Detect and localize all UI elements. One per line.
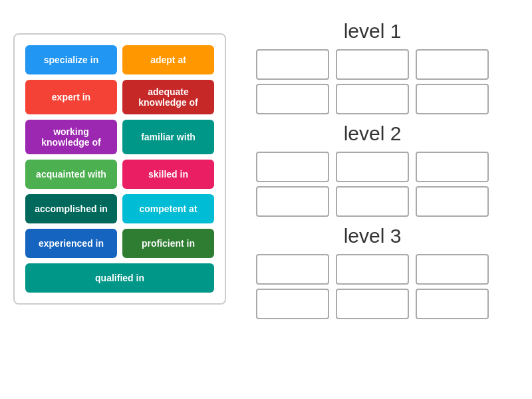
level-title-3: level 3 xyxy=(239,225,505,247)
drop-box-2-1-0[interactable] xyxy=(256,186,329,217)
level-title-1: level 1 xyxy=(239,20,505,43)
word-tag-4-1[interactable]: competent at xyxy=(122,194,214,223)
drop-box-2-1-1[interactable] xyxy=(336,186,409,217)
word-tag-0-1[interactable]: adept at xyxy=(122,45,214,74)
word-tag-5-0[interactable]: experienced in xyxy=(25,229,117,258)
drop-box-1-1-0[interactable] xyxy=(256,84,329,114)
tag-row-6: qualified in xyxy=(25,263,214,293)
drop-row-2-1 xyxy=(256,186,489,217)
tag-row-5: experienced inproficient in xyxy=(25,229,214,258)
drop-box-2-0-1[interactable] xyxy=(336,152,409,182)
drop-zones-panel: level 1level 2level 3 xyxy=(226,13,519,331)
word-tag-0-0[interactable]: specialize in xyxy=(25,45,117,74)
word-tag-6-0[interactable]: qualified in xyxy=(25,263,214,293)
drop-box-1-0-1[interactable] xyxy=(336,49,409,80)
drop-box-3-1-2[interactable] xyxy=(416,289,489,319)
tag-row-3: acquainted withskilled in xyxy=(25,160,214,189)
word-tag-1-0[interactable]: expert in xyxy=(25,80,117,114)
drop-box-1-0-2[interactable] xyxy=(416,49,489,80)
tag-row-4: accomplished incompetent at xyxy=(25,194,214,223)
word-tag-5-1[interactable]: proficient in xyxy=(122,229,214,258)
level-section-2: level 2 xyxy=(239,122,505,217)
tag-row-2: working knowledge offamiliar with xyxy=(25,120,214,154)
tag-row-1: expert inadequate knowledge of xyxy=(25,80,214,114)
drop-box-1-1-1[interactable] xyxy=(336,84,409,114)
drop-box-3-0-1[interactable] xyxy=(336,254,409,285)
drop-box-3-1-1[interactable] xyxy=(336,289,409,319)
drop-box-3-0-0[interactable] xyxy=(256,254,329,285)
drop-box-3-0-2[interactable] xyxy=(416,254,489,285)
drop-grid-3 xyxy=(239,254,505,319)
word-tag-3-0[interactable]: acquainted with xyxy=(25,160,117,189)
word-tag-3-1[interactable]: skilled in xyxy=(122,160,214,189)
drop-row-1-0 xyxy=(256,49,489,80)
word-bank: specialize inadept atexpert inadequate k… xyxy=(13,33,226,305)
tag-row-0: specialize inadept at xyxy=(25,45,214,74)
word-tag-4-0[interactable]: accomplished in xyxy=(25,194,117,223)
drop-row-2-0 xyxy=(256,152,489,182)
drop-row-3-0 xyxy=(256,254,489,285)
level-section-1: level 1 xyxy=(239,20,505,114)
level-section-3: level 3 xyxy=(239,225,505,319)
drop-box-2-0-2[interactable] xyxy=(416,152,489,182)
level-title-2: level 2 xyxy=(239,122,505,145)
drop-box-2-0-0[interactable] xyxy=(256,152,329,182)
drop-box-1-0-0[interactable] xyxy=(256,49,329,80)
drop-box-2-1-2[interactable] xyxy=(416,186,489,217)
drop-box-3-1-0[interactable] xyxy=(256,289,329,319)
drop-box-1-1-2[interactable] xyxy=(416,84,489,114)
word-tag-1-1[interactable]: adequate knowledge of xyxy=(122,80,214,114)
drop-grid-1 xyxy=(239,49,505,114)
drop-grid-2 xyxy=(239,152,505,217)
word-tag-2-0[interactable]: working knowledge of xyxy=(25,120,117,154)
word-tag-2-1[interactable]: familiar with xyxy=(122,120,214,154)
drop-row-3-1 xyxy=(256,289,489,319)
drop-row-1-1 xyxy=(256,84,489,114)
